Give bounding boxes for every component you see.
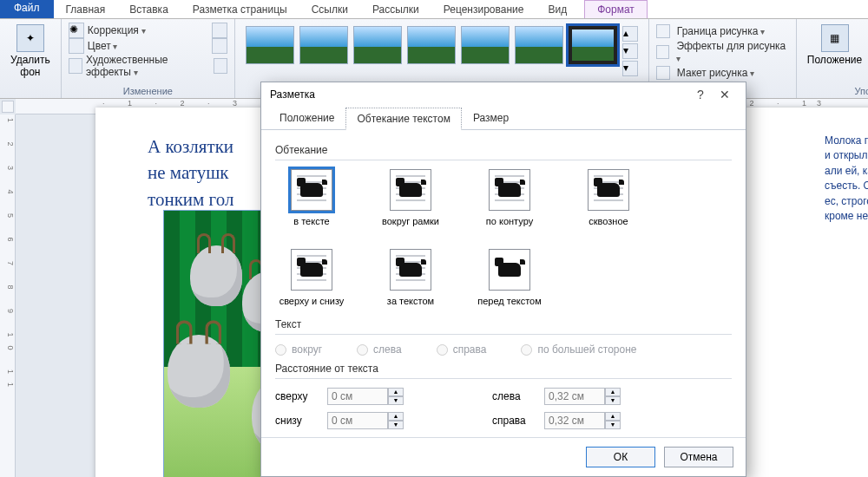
divider [275,160,732,160]
ruler-corner [2,101,14,113]
illustration-goat [190,245,242,306]
dist-bottom-input[interactable]: ▲▼ [327,412,423,429]
section-text-label: Текст [275,318,732,330]
gallery-up-icon[interactable]: ▴ [622,26,638,42]
illustration-goat [168,335,230,408]
picture-effects-button[interactable]: Эффекты для рисунка [676,40,788,64]
dist-bottom-label: снизу [275,415,327,427]
tab-insert[interactable]: Вставка [117,1,181,18]
wrap-options: в тексте вокруг рамки по контуру сквозно… [275,169,732,306]
position-label: Положение [807,54,862,66]
style-thumb-4[interactable] [407,26,456,64]
corrections-icon: ✺ [69,23,84,38]
text-side-radios: вокруг слева справа по большей стороне [275,343,732,356]
compress-icon[interactable] [212,23,227,38]
tab-file[interactable]: Файл [0,0,54,18]
dialog-tab-size[interactable]: Размер [462,107,520,129]
picture-layout-icon [656,66,670,80]
dist-left-label: слева [492,390,544,402]
style-thumb-1[interactable] [246,26,294,64]
position-button[interactable]: ▦ Положение [804,23,865,80]
picture-layout-button[interactable]: Макет рисунка [677,67,754,79]
tab-pagelayout[interactable]: Разметка страницы [181,1,299,18]
wrap-behind[interactable]: за текстом [374,249,447,306]
dialog-tab-position[interactable]: Положение [268,107,345,129]
tab-mailings[interactable]: Рассылки [360,1,431,18]
gallery-more-icon[interactable]: ▾ [622,61,638,76]
radio-largest[interactable]: по большей стороне [521,343,636,356]
picture-border-icon [656,24,670,38]
style-thumb-5[interactable] [461,26,510,64]
picture-styles-gallery[interactable]: ▴ ▾ ▾ [242,23,641,80]
dist-right-label: справа [492,415,544,427]
divider [275,378,732,379]
picture-effects-icon [656,45,670,59]
style-thumb-6[interactable] [515,26,563,64]
tab-review[interactable]: Рецензирование [431,1,536,18]
picture-border-button[interactable]: Граница рисунка [677,25,765,37]
section-wrap-label: Обтекание [275,144,732,156]
dist-right-input[interactable]: ▲▼ [544,412,640,429]
remove-background-icon: ✦ [16,24,44,52]
vertical-ruler[interactable]: 1 2 3 4 5 6 7 8 9 10 11 [0,114,16,477]
dialog-tabs: Положение Обтекание текстом Размер [261,107,746,130]
divider [275,334,732,335]
gallery-down-icon[interactable]: ▾ [622,43,638,59]
dist-top-label: сверху [275,390,327,402]
group-arrange: ▦ Положение ◧ Обтекание текстом Упоря [797,19,868,98]
wrap-square[interactable]: вокруг рамки [374,169,447,226]
radio-around[interactable]: вокруг [275,343,322,356]
tab-format[interactable]: Формат [584,0,648,18]
doc-right-text: Молока прине и открыли дверь, али ей, ка… [825,134,868,224]
ok-button[interactable]: ОК [586,447,655,467]
close-button[interactable]: ✕ [713,88,737,101]
layout-dialog: Разметка ? ✕ Положение Обтекание текстом… [260,82,746,477]
group-arrange-title: Упоря [804,84,868,96]
change-picture-icon[interactable] [212,38,227,54]
corrections-button[interactable]: Коррекция [88,24,146,36]
group-removebg: ✦ Удалить фон [0,19,62,98]
dialog-footer: ОК Отмена [261,437,746,476]
section-distance-label: Расстояние от текста [275,363,732,375]
dist-left-input[interactable]: ▲▼ [544,388,640,405]
style-thumb-7[interactable] [569,26,617,64]
group-adjust: ✺Коррекция Цвет Художественные эффекты И… [62,19,235,98]
tab-references[interactable]: Ссылки [299,1,360,18]
dialog-title: Разметка [270,88,315,101]
wrap-tight[interactable]: по контуру [473,169,546,226]
artistic-effects-button[interactable]: Художественные эффекты [86,54,207,78]
artistic-effects-icon [69,58,82,74]
tab-home[interactable]: Главная [54,1,118,18]
style-thumb-3[interactable] [353,26,402,64]
radio-right[interactable]: справа [437,343,487,356]
color-icon [69,38,84,54]
remove-background-label: Удалить фон [10,54,50,78]
wrap-through[interactable]: сквозное [572,169,645,226]
distance-grid: сверху ▲▼ слева ▲▼ снизу ▲▼ справа ▲▼ [275,388,732,429]
style-thumb-2[interactable] [299,26,348,64]
remove-background-button[interactable]: ✦ Удалить фон [7,23,54,80]
reset-picture-icon[interactable] [214,58,227,74]
wrap-inline[interactable]: в тексте [275,169,348,226]
group-adjust-title: Изменение [69,84,227,96]
tab-strip: Файл Главная Вставка Разметка страницы С… [0,0,868,19]
dialog-tab-wrap[interactable]: Обтекание текстом [345,108,461,130]
radio-left[interactable]: слева [357,343,402,356]
dialog-body: Обтекание в тексте вокруг рамки по конту… [261,130,746,437]
cancel-button[interactable]: Отмена [664,447,733,467]
color-button[interactable]: Цвет [88,40,118,52]
wrap-front[interactable]: перед текстом [473,249,546,306]
wrap-topbottom[interactable]: сверху и снизу [275,249,348,306]
tab-view[interactable]: Вид [536,1,579,18]
position-icon: ▦ [821,24,849,52]
dist-top-input[interactable]: ▲▼ [327,388,423,405]
dialog-titlebar[interactable]: Разметка ? ✕ [261,82,746,107]
help-button[interactable]: ? [688,88,713,101]
